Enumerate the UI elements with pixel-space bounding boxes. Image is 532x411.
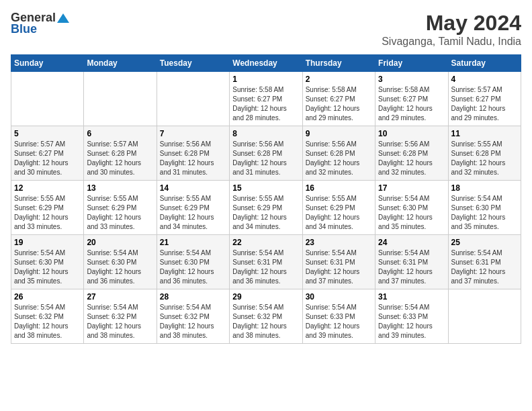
title-area: May 2024 Sivaganga, Tamil Nadu, India [382, 11, 521, 48]
header-cell-saturday: Saturday [448, 55, 521, 72]
day-info: Sunrise: 5:55 AM Sunset: 6:29 PM Dayligh… [232, 194, 299, 232]
day-cell: 1Sunrise: 5:58 AM Sunset: 6:27 PM Daylig… [230, 72, 302, 126]
svg-marker-0 [57, 13, 69, 23]
header-cell-wednesday: Wednesday [230, 55, 302, 72]
day-number: 31 [378, 292, 445, 302]
day-info: Sunrise: 5:54 AM Sunset: 6:32 PM Dayligh… [232, 303, 299, 340]
day-number: 4 [451, 75, 518, 84]
day-cell: 13Sunrise: 5:55 AM Sunset: 6:29 PM Dayli… [84, 181, 157, 235]
header-cell-tuesday: Tuesday [157, 55, 229, 72]
day-cell: 9Sunrise: 5:56 AM Sunset: 6:28 PM Daylig… [302, 126, 375, 181]
day-info: Sunrise: 5:54 AM Sunset: 6:31 PM Dayligh… [451, 248, 518, 286]
day-number: 11 [451, 129, 518, 138]
calendar-header-row: SundayMondayTuesdayWednesdayThursdayFrid… [11, 55, 521, 72]
calendar-body: 1Sunrise: 5:58 AM Sunset: 6:27 PM Daylig… [11, 72, 521, 344]
day-info: Sunrise: 5:57 AM Sunset: 6:27 PM Dayligh… [14, 140, 81, 177]
day-number: 12 [14, 183, 81, 193]
day-cell: 18Sunrise: 5:54 AM Sunset: 6:30 PM Dayli… [448, 181, 521, 235]
day-cell [448, 289, 521, 344]
header-cell-thursday: Thursday [302, 55, 375, 72]
day-cell: 22Sunrise: 5:54 AM Sunset: 6:31 PM Dayli… [230, 235, 302, 289]
day-info: Sunrise: 5:54 AM Sunset: 6:32 PM Dayligh… [160, 303, 226, 340]
day-info: Sunrise: 5:54 AM Sunset: 6:31 PM Dayligh… [306, 248, 372, 286]
day-cell: 6Sunrise: 5:57 AM Sunset: 6:28 PM Daylig… [84, 126, 157, 181]
week-row-1: 1Sunrise: 5:58 AM Sunset: 6:27 PM Daylig… [11, 72, 521, 126]
day-info: Sunrise: 5:57 AM Sunset: 6:28 PM Dayligh… [87, 140, 153, 177]
day-number: 28 [160, 292, 226, 302]
day-cell: 11Sunrise: 5:55 AM Sunset: 6:28 PM Dayli… [448, 126, 521, 181]
day-number: 17 [378, 183, 445, 193]
day-cell: 29Sunrise: 5:54 AM Sunset: 6:32 PM Dayli… [230, 289, 302, 344]
day-number: 15 [232, 183, 299, 193]
day-cell: 28Sunrise: 5:54 AM Sunset: 6:32 PM Dayli… [157, 289, 229, 344]
day-number: 2 [306, 75, 372, 84]
day-cell: 4Sunrise: 5:57 AM Sunset: 6:27 PM Daylig… [448, 72, 521, 126]
day-info: Sunrise: 5:54 AM Sunset: 6:32 PM Dayligh… [87, 303, 153, 340]
day-number: 24 [378, 238, 445, 247]
day-cell: 27Sunrise: 5:54 AM Sunset: 6:32 PM Dayli… [84, 289, 157, 344]
day-info: Sunrise: 5:55 AM Sunset: 6:29 PM Dayligh… [160, 194, 226, 232]
day-cell: 23Sunrise: 5:54 AM Sunset: 6:31 PM Dayli… [302, 235, 375, 289]
day-number: 8 [232, 129, 299, 138]
day-cell: 17Sunrise: 5:54 AM Sunset: 6:30 PM Dayli… [375, 181, 448, 235]
day-info: Sunrise: 5:55 AM Sunset: 6:29 PM Dayligh… [87, 194, 153, 232]
day-number: 3 [378, 75, 445, 84]
day-info: Sunrise: 5:54 AM Sunset: 6:30 PM Dayligh… [14, 248, 81, 286]
day-info: Sunrise: 5:54 AM Sunset: 6:33 PM Dayligh… [378, 303, 445, 340]
day-cell: 7Sunrise: 5:56 AM Sunset: 6:28 PM Daylig… [157, 126, 229, 181]
day-number: 29 [232, 292, 299, 302]
day-cell: 19Sunrise: 5:54 AM Sunset: 6:30 PM Dayli… [11, 235, 84, 289]
logo-blue: Blue [11, 22, 37, 36]
day-info: Sunrise: 5:54 AM Sunset: 6:31 PM Dayligh… [378, 248, 445, 286]
day-number: 25 [451, 238, 518, 247]
day-number: 26 [14, 292, 81, 302]
day-info: Sunrise: 5:58 AM Sunset: 6:27 PM Dayligh… [378, 85, 445, 123]
day-info: Sunrise: 5:58 AM Sunset: 6:27 PM Dayligh… [306, 85, 372, 123]
header: General Blue May 2024 Sivaganga, Tamil N… [11, 11, 521, 48]
day-info: Sunrise: 5:58 AM Sunset: 6:27 PM Dayligh… [232, 85, 299, 123]
day-cell: 14Sunrise: 5:55 AM Sunset: 6:29 PM Dayli… [157, 181, 229, 235]
day-info: Sunrise: 5:55 AM Sunset: 6:29 PM Dayligh… [306, 194, 372, 232]
day-cell: 26Sunrise: 5:54 AM Sunset: 6:32 PM Dayli… [11, 289, 84, 344]
day-cell: 5Sunrise: 5:57 AM Sunset: 6:27 PM Daylig… [11, 126, 84, 181]
week-row-3: 12Sunrise: 5:55 AM Sunset: 6:29 PM Dayli… [11, 181, 521, 235]
day-number: 7 [160, 129, 226, 138]
day-info: Sunrise: 5:54 AM Sunset: 6:30 PM Dayligh… [87, 248, 153, 286]
day-cell: 10Sunrise: 5:56 AM Sunset: 6:28 PM Dayli… [375, 126, 448, 181]
day-cell [11, 72, 84, 126]
day-number: 22 [232, 238, 299, 247]
day-info: Sunrise: 5:54 AM Sunset: 6:30 PM Dayligh… [451, 194, 518, 232]
day-cell: 30Sunrise: 5:54 AM Sunset: 6:33 PM Dayli… [302, 289, 375, 344]
day-info: Sunrise: 5:56 AM Sunset: 6:28 PM Dayligh… [378, 140, 445, 177]
week-row-4: 19Sunrise: 5:54 AM Sunset: 6:30 PM Dayli… [11, 235, 521, 289]
day-info: Sunrise: 5:54 AM Sunset: 6:30 PM Dayligh… [160, 248, 226, 286]
location-title: Sivaganga, Tamil Nadu, India [382, 36, 521, 48]
calendar-table: SundayMondayTuesdayWednesdayThursdayFrid… [11, 54, 521, 344]
header-cell-sunday: Sunday [11, 55, 84, 72]
day-cell: 20Sunrise: 5:54 AM Sunset: 6:30 PM Dayli… [84, 235, 157, 289]
day-cell [157, 72, 229, 126]
day-info: Sunrise: 5:56 AM Sunset: 6:28 PM Dayligh… [160, 140, 226, 177]
month-title: May 2024 [382, 11, 521, 36]
day-number: 30 [306, 292, 372, 302]
header-cell-monday: Monday [84, 55, 157, 72]
day-cell: 24Sunrise: 5:54 AM Sunset: 6:31 PM Dayli… [375, 235, 448, 289]
day-number: 16 [306, 183, 372, 193]
day-cell: 31Sunrise: 5:54 AM Sunset: 6:33 PM Dayli… [375, 289, 448, 344]
day-cell: 3Sunrise: 5:58 AM Sunset: 6:27 PM Daylig… [375, 72, 448, 126]
header-cell-friday: Friday [375, 55, 448, 72]
day-number: 14 [160, 183, 226, 193]
day-number: 27 [87, 292, 153, 302]
day-info: Sunrise: 5:54 AM Sunset: 6:31 PM Dayligh… [232, 248, 299, 286]
day-cell: 25Sunrise: 5:54 AM Sunset: 6:31 PM Dayli… [448, 235, 521, 289]
day-cell [84, 72, 157, 126]
week-row-5: 26Sunrise: 5:54 AM Sunset: 6:32 PM Dayli… [11, 289, 521, 344]
day-number: 19 [14, 238, 81, 247]
day-cell: 21Sunrise: 5:54 AM Sunset: 6:30 PM Dayli… [157, 235, 229, 289]
day-cell: 8Sunrise: 5:56 AM Sunset: 6:28 PM Daylig… [230, 126, 302, 181]
day-info: Sunrise: 5:55 AM Sunset: 6:29 PM Dayligh… [14, 194, 81, 232]
day-info: Sunrise: 5:54 AM Sunset: 6:32 PM Dayligh… [14, 303, 81, 340]
day-cell: 15Sunrise: 5:55 AM Sunset: 6:29 PM Dayli… [230, 181, 302, 235]
day-info: Sunrise: 5:56 AM Sunset: 6:28 PM Dayligh… [306, 140, 372, 177]
day-info: Sunrise: 5:54 AM Sunset: 6:33 PM Dayligh… [306, 303, 372, 340]
